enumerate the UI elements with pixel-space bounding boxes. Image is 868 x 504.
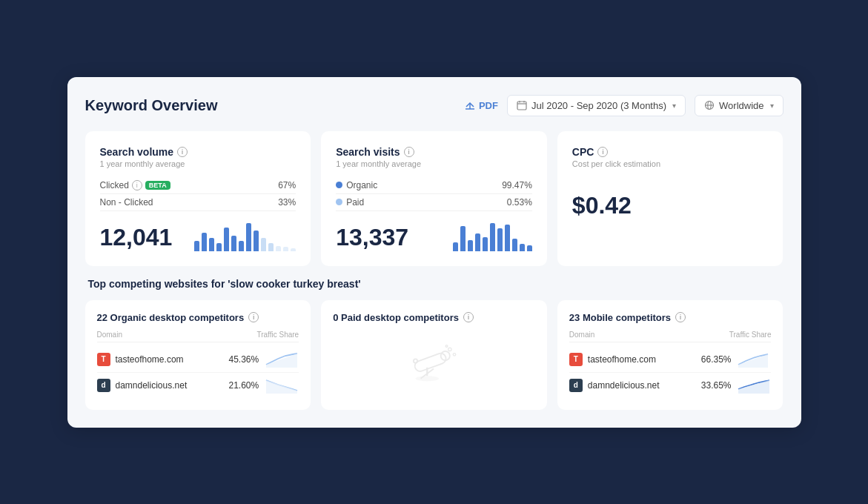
svg-rect-14 — [414, 352, 448, 373]
region-picker[interactable]: Worldwide ▾ — [695, 95, 783, 116]
bar — [246, 223, 251, 251]
traffic-cell: 21.60% — [228, 377, 299, 394]
svg-marker-9 — [266, 354, 297, 368]
bar — [209, 238, 214, 251]
svg-point-17 — [448, 348, 451, 351]
table-row: d damndelicious.net 33.65% — [569, 373, 772, 398]
traffic-cell: 45.36% — [228, 351, 299, 368]
bar — [490, 223, 495, 251]
favicon-tasteofhome: T — [97, 353, 110, 366]
cpc-info-icon[interactable]: i — [597, 147, 608, 157]
bar — [231, 236, 236, 251]
bar — [460, 226, 466, 251]
table-row: T tasteofhome.com 66.35% — [569, 347, 772, 373]
metrics-row: Search volume i 1 year monthly average C… — [85, 131, 783, 266]
organic-table-header: Domain Traffic Share — [97, 331, 299, 342]
favicon-tasteofhome-mobile: T — [569, 353, 583, 366]
date-range-picker[interactable]: Jul 2020 - Sep 2020 (3 Months) ▾ — [507, 95, 686, 116]
bar — [483, 237, 488, 251]
domain-cell: T tasteofhome.com — [569, 353, 656, 366]
sparkline-up-mobile — [737, 351, 771, 368]
cpc-value-row: $0.42 — [572, 192, 769, 219]
svg-rect-2 — [517, 102, 526, 110]
clicked-row: Clicked i BETA 67% — [100, 177, 296, 194]
svg-point-19 — [446, 345, 448, 348]
domain-cell: d damndelicious.net — [569, 379, 660, 392]
organic-row: Organic 99.47% — [336, 177, 532, 194]
search-volume-label: Search volume i — [100, 146, 296, 158]
mobile-table-header: Domain Traffic Share — [569, 331, 772, 342]
header-controls: PDF Jul 2020 - Sep 2020 (3 Months) ▾ — [465, 95, 783, 116]
organic-competitors-info-icon[interactable]: i — [248, 312, 259, 322]
mobile-competitors-title: 23 Mobile competitors i — [569, 312, 772, 323]
table-row: T tasteofhome.com 45.36% — [97, 347, 299, 373]
bar — [291, 248, 296, 251]
domain-cell: T tasteofhome.com — [97, 353, 184, 366]
favicon-damndelicious: d — [97, 379, 110, 392]
table-row: d damndelicious.net 21.60% — [97, 373, 299, 398]
organic-competitors-title: 22 Organic desktop competitors i — [97, 312, 299, 323]
bar — [268, 243, 274, 251]
competitors-title: Top competing websites for 'slow cooker … — [85, 278, 783, 290]
bar — [505, 225, 510, 251]
search-visits-value: 13,337 — [336, 224, 408, 251]
globe-icon — [704, 100, 715, 110]
traffic-cell: 33.65% — [701, 377, 772, 394]
nonclicked-row: Non - Clicked 33% — [100, 194, 296, 211]
competitors-row: 22 Organic desktop competitors i Domain … — [85, 300, 783, 410]
search-visits-label: Search visits i — [336, 146, 532, 158]
telescope-icon — [408, 342, 460, 386]
competing-section: Top competing websites for 'slow cooker … — [85, 278, 783, 410]
svg-point-11 — [416, 376, 440, 381]
cpc-label: CPC i — [572, 146, 769, 158]
bar — [468, 240, 473, 251]
search-volume-value: 12,041 — [100, 224, 173, 251]
bar — [194, 241, 199, 251]
bar — [520, 244, 525, 251]
bar — [202, 233, 207, 251]
mobile-competitors-card: 23 Mobile competitors i Domain Traffic S… — [557, 300, 783, 410]
search-volume-info-icon[interactable]: i — [177, 147, 188, 157]
organic-competitors-card: 22 Organic desktop competitors i Domain … — [85, 300, 311, 410]
calendar-icon — [517, 100, 527, 110]
pdf-icon — [465, 99, 475, 112]
pdf-button[interactable]: PDF — [465, 99, 498, 112]
bar — [453, 242, 458, 251]
bar — [276, 246, 281, 251]
bar — [512, 239, 517, 251]
paid-competitors-card: 0 Paid desktop competitors i — [321, 300, 547, 410]
svg-marker-20 — [738, 354, 768, 368]
bar — [254, 231, 259, 251]
organic-dot — [336, 182, 342, 188]
bar — [216, 243, 222, 251]
header: Keyword Overview PDF — [85, 95, 783, 116]
cpc-value: $0.42 — [572, 192, 632, 219]
svg-point-18 — [454, 354, 457, 357]
mobile-competitors-info-icon[interactable]: i — [675, 312, 686, 322]
search-volume-chart — [194, 222, 296, 251]
bar — [261, 238, 266, 251]
svg-point-16 — [414, 359, 417, 362]
search-visits-info-icon[interactable]: i — [404, 147, 414, 157]
bar — [497, 228, 503, 251]
bar — [283, 247, 288, 251]
page-title: Keyword Overview — [85, 97, 218, 114]
sparkline-upalt-mobile — [737, 377, 771, 394]
sparkline-up — [265, 351, 299, 368]
paid-competitors-info-icon[interactable]: i — [463, 312, 474, 322]
empty-state — [333, 331, 535, 398]
search-visits-chart — [453, 222, 532, 251]
svg-marker-10 — [266, 380, 297, 394]
chevron-down-icon: ▾ — [770, 102, 774, 110]
search-volume-card: Search volume i 1 year monthly average C… — [85, 131, 311, 266]
paid-row: Paid 0.53% — [336, 194, 532, 211]
bar — [527, 245, 532, 251]
search-visits-card: Search visits i 1 year monthly average O… — [321, 131, 547, 266]
cpc-card: CPC i Cost per click estimation $0.42 — [557, 131, 783, 266]
bar — [224, 228, 229, 251]
bar — [239, 241, 244, 251]
chevron-down-icon: ▾ — [672, 102, 676, 110]
domain-cell: d damndelicious.net — [97, 379, 188, 392]
traffic-cell: 66.35% — [701, 351, 772, 368]
clicked-info-icon[interactable]: i — [132, 180, 142, 190]
